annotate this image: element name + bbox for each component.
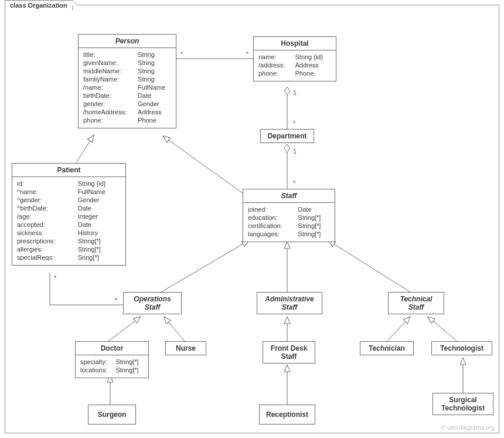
class-surgical-technologist: SurgicalTechnologist: [433, 393, 493, 415]
class-title: Surgeon: [88, 405, 135, 421]
class-surgeon: Surgeon: [88, 405, 136, 425]
class-operations-staff: OperationsStaff: [123, 292, 182, 314]
class-title: AdministrativeStaff: [257, 293, 322, 314]
class-title: Technologist: [432, 342, 492, 355]
class-title: SurgicalTechnologist: [433, 393, 493, 415]
class-staff: Staff joined:Date education:String[*] ce…: [243, 189, 335, 242]
class-title: Staff: [243, 189, 335, 202]
attribute-list: id:String {id} ^name:FullName ^gender:Ge…: [16, 179, 122, 262]
class-technical-staff: TechnicalStaff: [388, 292, 444, 314]
attribute-list: name:String {id} /address:Address phone:…: [257, 53, 332, 77]
class-title: OperationsStaff: [124, 293, 181, 314]
class-person: Person title:String givenName:String mid…: [78, 34, 176, 128]
class-title: Nurse: [166, 342, 206, 355]
class-title: Receptionist: [260, 405, 315, 421]
class-title: Department: [261, 130, 314, 142]
frame-label: class Organization: [5, 0, 73, 11]
class-title: Patient: [12, 164, 125, 176]
class-nurse: Nurse: [165, 341, 206, 355]
class-administrative-staff: AdministrativeStaff: [257, 292, 322, 314]
attribute-list: title:String givenName:String middleName…: [82, 50, 172, 124]
class-technologist: Technologist: [431, 341, 492, 355]
class-title: Person: [79, 35, 176, 47]
class-title: Hospital: [254, 37, 336, 50]
class-receptionist: Receptionist: [259, 405, 315, 425]
class-title: Front DeskStaff: [263, 342, 315, 363]
attribute-list: specialty:String[*] locations:String[*]: [79, 358, 145, 374]
class-title: TechnicalStaff: [389, 293, 444, 314]
class-hospital: Hospital name:String {id} /address:Addre…: [253, 36, 336, 82]
class-title: Doctor: [76, 342, 148, 355]
attribute-list: joined:Date education:String[*] certific…: [247, 205, 331, 238]
frame-label-text: class Organization: [10, 2, 67, 9]
class-patient: Patient id:String {id} ^name:FullName ^g…: [12, 163, 126, 266]
class-technician: Technician: [360, 341, 414, 355]
class-department: Department: [260, 129, 314, 143]
class-front-desk-staff: Front DeskStaff: [263, 341, 315, 364]
watermark: © uml-diagrams.org: [441, 425, 495, 431]
class-title: Technician: [360, 342, 413, 355]
class-doctor: Doctor specialty:String[*] locations:Str…: [75, 341, 149, 378]
